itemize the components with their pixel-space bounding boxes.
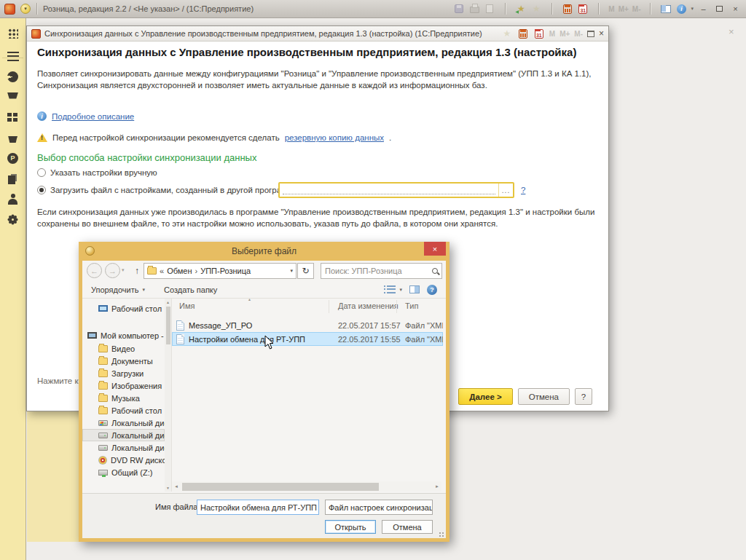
filename-combobox[interactable]: Настройки обмена для РТ-УПП ▾: [197, 500, 319, 515]
main-menu-icon[interactable]: [0, 47, 25, 65]
calendar-icon[interactable]: 31: [577, 3, 589, 15]
browse-button[interactable]: ...: [498, 184, 513, 197]
documents-icon[interactable]: [0, 170, 25, 187]
person-icon[interactable]: [0, 190, 25, 208]
radio-option-manual[interactable]: Указать настройки вручную: [37, 168, 157, 177]
scroll-down-icon[interactable]: ▼: [165, 484, 171, 492]
memory-subtract-button[interactable]: M-: [632, 5, 641, 13]
tree-item-network[interactable]: Сеть: [82, 489, 165, 492]
tree-item-desktop-folder[interactable]: Рабочий стол: [82, 404, 165, 417]
resize-grip[interactable]: [439, 532, 444, 537]
memory-add-button[interactable]: M+: [619, 5, 629, 13]
file-row-settings-selected[interactable]: Настройки обмена для РТ-УПП 22.05.2017 1…: [172, 332, 443, 346]
help-button[interactable]: ?: [575, 388, 592, 405]
maximize-button[interactable]: [587, 31, 594, 37]
minimize-button[interactable]: –: [697, 3, 710, 15]
scroll-right-icon[interactable]: ►: [433, 481, 441, 492]
view-mode-button[interactable]: ▾: [387, 285, 402, 293]
tree-item-local-disk-selected[interactable]: Локальный диск: [82, 429, 165, 441]
divider[interactable]: [396, 300, 397, 313]
tree-item-computer[interactable]: Мой компьютер -: [82, 329, 165, 342]
breadcrumb-current[interactable]: УПП-Розница: [200, 267, 251, 275]
close-button[interactable]: ×: [424, 242, 446, 256]
pie-chart-icon[interactable]: [0, 68, 25, 85]
radio-option-load-file[interactable]: Загрузить файл с настройками, созданный …: [37, 186, 297, 194]
info-dropdown-icon[interactable]: ▾: [691, 6, 694, 12]
panel-close-icon[interactable]: ×: [729, 26, 734, 37]
radio-checked-icon[interactable]: [37, 186, 46, 194]
info-icon[interactable]: i: [675, 3, 687, 15]
organize-menu[interactable]: Упорядочить ▾: [91, 285, 145, 294]
shopping-cart-icon[interactable]: [0, 88, 25, 106]
filetype-combobox[interactable]: Файл настроек синхронизаци ▾: [325, 500, 433, 515]
save-icon[interactable]: [453, 3, 465, 15]
tree-item-shared-z[interactable]: Общий (Z:): [82, 466, 165, 478]
tree-item-documents[interactable]: Документы: [82, 355, 165, 367]
scrollbar-thumb[interactable]: [166, 307, 170, 344]
search-icon[interactable]: [432, 268, 438, 274]
tree-scrollbar[interactable]: ▲ ▼: [165, 299, 171, 492]
scrollbar-thumb[interactable]: [182, 483, 379, 491]
column-header-type[interactable]: Тип: [405, 301, 418, 310]
close-button[interactable]: ×: [729, 3, 742, 15]
chevron-down-icon[interactable]: ▾: [317, 505, 319, 510]
new-folder-button[interactable]: Создать папку: [164, 285, 217, 294]
history-dropdown-icon[interactable]: ▾: [122, 267, 125, 273]
memory-subtract-button[interactable]: M-: [574, 30, 583, 38]
open-button[interactable]: Открыть: [325, 520, 376, 534]
next-button[interactable]: Далее >: [458, 388, 512, 405]
radio-icon[interactable]: [37, 168, 46, 177]
cancel-button[interactable]: Отмена: [382, 520, 433, 534]
cancel-button[interactable]: Отмена: [518, 388, 570, 405]
memory-recall-button[interactable]: M: [549, 30, 555, 38]
apps-grid-icon[interactable]: [0, 24, 25, 42]
split-view-icon[interactable]: [660, 3, 672, 15]
backup-link[interactable]: резервную копию данных: [285, 133, 384, 142]
scroll-left-icon[interactable]: ◄: [172, 481, 181, 492]
up-button[interactable]: ↑: [130, 264, 144, 277]
refresh-button[interactable]: ↻: [297, 263, 314, 279]
1c-app-icon[interactable]: [4, 4, 15, 15]
breadcrumb-root[interactable]: Обмен: [167, 267, 192, 275]
print-preview-icon[interactable]: [484, 3, 495, 15]
restore-button[interactable]: [713, 3, 726, 15]
memory-recall-button[interactable]: M: [608, 5, 614, 13]
file-row-message[interactable]: Message_УП_РО 22.05.2017 15:57 Файл "XML…: [172, 318, 443, 332]
calculator-icon[interactable]: [517, 28, 529, 39]
tree-item-dvd-drive[interactable]: DVD RW дисково: [82, 454, 165, 466]
help-icon[interactable]: ?: [427, 285, 437, 295]
tree-item-music[interactable]: Музыка: [82, 392, 165, 404]
details-link[interactable]: Подробное описание: [52, 112, 134, 121]
favorites-icon[interactable]: ★: [501, 28, 513, 39]
ruble-circle-icon[interactable]: [0, 149, 25, 167]
forward-button[interactable]: →: [105, 263, 120, 278]
back-button[interactable]: ←: [87, 263, 102, 278]
calendar-icon[interactable]: 31: [533, 28, 545, 39]
gear-icon[interactable]: [0, 210, 25, 228]
tree-item-local-disk[interactable]: Локальный диск: [82, 441, 165, 454]
tree-item-videos[interactable]: Видео: [82, 342, 165, 355]
field-help-link[interactable]: ?: [521, 186, 525, 194]
close-button[interactable]: ×: [599, 28, 604, 39]
path-input[interactable]: [280, 184, 498, 197]
memory-add-button[interactable]: M+: [560, 30, 570, 38]
search-input[interactable]: Поиск: УПП-Розница: [321, 263, 442, 279]
tree-item-pictures[interactable]: Изображения: [82, 379, 165, 392]
tree-item-local-disk-c[interactable]: Локальный диск: [82, 417, 165, 429]
basket-icon[interactable]: [0, 129, 25, 146]
address-dropdown-icon[interactable]: ▾: [290, 268, 293, 274]
print-icon[interactable]: [468, 3, 480, 15]
tree-item-downloads[interactable]: Загрузки: [82, 367, 165, 379]
scroll-up-icon[interactable]: ▲: [165, 299, 171, 306]
horizontal-scrollbar[interactable]: ◄ ►: [172, 481, 441, 492]
column-header-date[interactable]: Дата изменения: [338, 301, 398, 310]
divider[interactable]: [329, 300, 329, 313]
tree-item-desktop[interactable]: Рабочий стол: [82, 302, 165, 315]
add-favorite-icon[interactable]: ★: [515, 3, 527, 15]
tiles-icon[interactable]: [0, 109, 25, 126]
preview-pane-button[interactable]: [409, 285, 420, 293]
column-header-name[interactable]: Имя: [179, 301, 195, 310]
settings-file-path-field[interactable]: ...: [278, 182, 514, 198]
favorites-icon[interactable]: ★: [530, 3, 542, 15]
calculator-icon[interactable]: [562, 3, 573, 15]
